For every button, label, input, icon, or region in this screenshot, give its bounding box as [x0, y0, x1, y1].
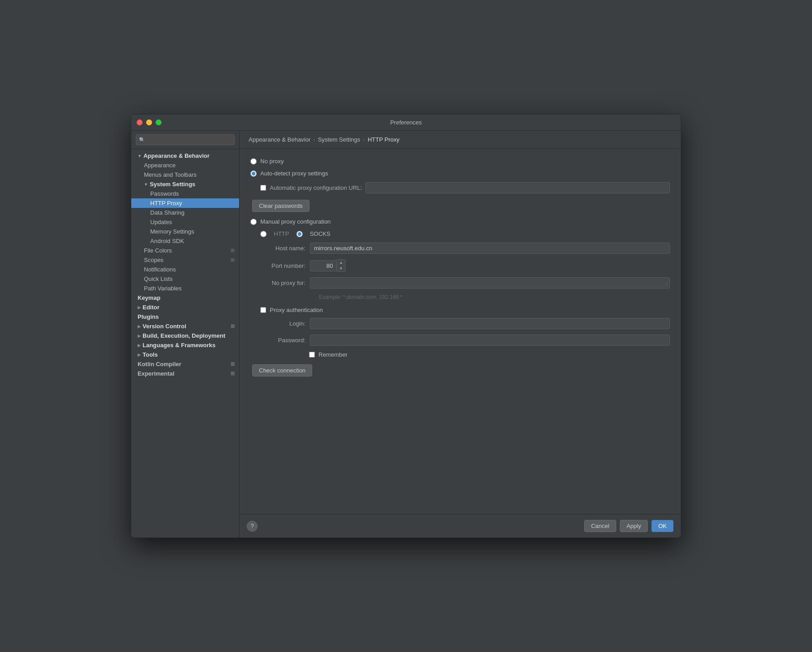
triangle-icon: ▶: [138, 305, 141, 310]
clear-passwords-button[interactable]: Clear passwords: [252, 200, 309, 212]
sidebar-item-quick-lists[interactable]: Quick Lists: [131, 274, 239, 284]
sidebar-item-passwords[interactable]: Passwords: [131, 189, 239, 198]
breadcrumb-part2: System Settings: [318, 136, 360, 143]
password-input[interactable]: [310, 335, 670, 346]
example-text: Example: *.domain.com, 192.168.*: [319, 294, 670, 300]
ok-button[interactable]: OK: [651, 520, 674, 532]
expand-icon: ⤢: [664, 282, 668, 287]
host-name-input[interactable]: [310, 243, 670, 254]
triangle-icon: ▶: [138, 334, 141, 338]
http-socks-row: HTTP SOCKS: [260, 230, 670, 237]
search-input[interactable]: [136, 134, 235, 145]
sidebar-item-android-sdk[interactable]: Android SDK: [131, 236, 239, 246]
copy-icon: ⊞: [231, 248, 235, 253]
password-label: Password:: [260, 337, 305, 344]
proxy-url-input[interactable]: [365, 182, 670, 193]
sidebar-item-notifications[interactable]: Notifications: [131, 265, 239, 274]
port-number-label: Port number:: [260, 262, 305, 269]
sidebar-item-editor[interactable]: ▶ Editor: [131, 303, 239, 312]
sidebar-item-updates[interactable]: Updates: [131, 217, 239, 227]
manual-proxy-section: HTTP SOCKS Host name: Port number:: [260, 230, 670, 358]
main-content: 🔍 ▼ Appearance & Behavior Appearance Men…: [131, 131, 681, 537]
copy-icon: ⊞: [231, 361, 235, 367]
copy-icon: ⊞: [231, 323, 235, 329]
sidebar-item-tools[interactable]: ▶ Tools: [131, 350, 239, 359]
socks-label[interactable]: SOCKS: [310, 230, 331, 237]
host-name-row: Host name:: [260, 243, 670, 254]
copy-icon: ⊞: [231, 371, 235, 377]
socks-radio[interactable]: [296, 231, 303, 237]
manual-proxy-row: Manual proxy configuration: [250, 218, 670, 225]
minimize-button[interactable]: [146, 119, 152, 125]
proxy-auth-checkbox[interactable]: [260, 307, 266, 313]
sidebar-item-languages-frameworks[interactable]: ▶ Languages & Frameworks: [131, 340, 239, 350]
triangle-icon: ▶: [138, 343, 141, 348]
sidebar-item-build-execution[interactable]: ▶ Build, Execution, Deployment: [131, 331, 239, 340]
sidebar-item-version-control[interactable]: ▶ Version Control ⊞: [131, 321, 239, 331]
remember-label[interactable]: Remember: [318, 351, 347, 358]
sidebar-item-system-settings[interactable]: ▼ System Settings: [131, 179, 239, 189]
remember-checkbox[interactable]: [309, 352, 315, 358]
sidebar-item-kotlin-compiler[interactable]: Kotlin Compiler ⊞: [131, 359, 239, 369]
port-up-button[interactable]: ▲: [337, 260, 345, 266]
close-button[interactable]: [137, 119, 143, 125]
login-row: Login:: [260, 318, 670, 329]
breadcrumb-sep2: ›: [363, 136, 365, 143]
http-label[interactable]: HTTP: [274, 230, 289, 237]
check-connection-button[interactable]: Check connection: [252, 364, 312, 377]
sidebar-item-file-colors[interactable]: File Colors ⊞: [131, 246, 239, 255]
remember-row: Remember: [309, 351, 670, 358]
http-radio[interactable]: [260, 231, 267, 237]
breadcrumb-sep1: ›: [313, 136, 315, 143]
sidebar-item-keymap[interactable]: Keymap: [131, 293, 239, 303]
sidebar-item-experimental[interactable]: Experimental ⊞: [131, 369, 239, 378]
triangle-icon: ▼: [138, 154, 142, 158]
no-proxy-row: No proxy: [250, 158, 670, 165]
sidebar-item-menus-toolbars[interactable]: Menus and Toolbars: [131, 170, 239, 179]
manual-proxy-label[interactable]: Manual proxy configuration: [260, 218, 331, 225]
sidebar-item-memory-settings[interactable]: Memory Settings: [131, 227, 239, 236]
sidebar-item-plugins[interactable]: Plugins: [131, 312, 239, 321]
search-icon: 🔍: [139, 137, 145, 143]
sidebar-item-appearance-behavior[interactable]: ▼ Appearance & Behavior: [131, 151, 239, 161]
sidebar-item-appearance[interactable]: Appearance: [131, 161, 239, 170]
bottom-bar: ? Cancel Apply OK: [240, 514, 681, 537]
content-area: No proxy Auto-detect proxy settings Auto…: [240, 149, 681, 514]
password-row: Password:: [260, 335, 670, 346]
triangle-icon: ▼: [144, 182, 148, 187]
auto-proxy-url-checkbox[interactable]: [260, 185, 266, 191]
host-name-label: Host name:: [260, 245, 305, 252]
auto-detect-radio[interactable]: [250, 170, 257, 177]
check-connection-section: Check connection: [252, 364, 670, 377]
port-down-button[interactable]: ▼: [337, 266, 345, 271]
proxy-auth-label[interactable]: Proxy authentication: [270, 307, 323, 313]
sidebar-item-data-sharing[interactable]: Data Sharing: [131, 208, 239, 217]
manual-proxy-radio[interactable]: [250, 219, 257, 225]
auto-detect-label[interactable]: Auto-detect proxy settings: [260, 170, 328, 177]
port-input[interactable]: [310, 260, 337, 271]
sidebar: 🔍 ▼ Appearance & Behavior Appearance Men…: [131, 131, 240, 537]
auto-proxy-url-label[interactable]: Automatic proxy configuration URL:: [270, 184, 362, 191]
no-proxy-input[interactable]: [310, 277, 670, 289]
tree-section: ▼ Appearance & Behavior Appearance Menus…: [131, 149, 239, 380]
breadcrumb: Appearance & Behavior › System Settings …: [240, 131, 681, 149]
sidebar-item-path-variables[interactable]: Path Variables: [131, 284, 239, 293]
no-proxy-radio[interactable]: [250, 158, 257, 165]
apply-button[interactable]: Apply: [620, 520, 648, 532]
maximize-button[interactable]: [156, 119, 161, 125]
preferences-window: Preferences 🔍 ▼ Appearance & Behavior Ap…: [131, 114, 681, 538]
title-bar: Preferences: [131, 115, 681, 131]
window-title: Preferences: [390, 119, 422, 126]
no-proxy-label[interactable]: No proxy: [260, 158, 284, 165]
no-proxy-for-row: No proxy for: ⤢: [260, 277, 670, 289]
help-button[interactable]: ?: [247, 521, 258, 532]
sidebar-item-scopes[interactable]: Scopes ⊞: [131, 255, 239, 265]
login-input[interactable]: [310, 318, 670, 329]
sidebar-item-http-proxy[interactable]: HTTP Proxy: [131, 198, 239, 208]
cancel-button[interactable]: Cancel: [584, 520, 616, 532]
port-row: ▲ ▼: [310, 259, 346, 272]
clear-passwords-section: Clear passwords: [252, 200, 670, 212]
breadcrumb-current: HTTP Proxy: [368, 136, 400, 143]
login-label: Login:: [260, 320, 305, 327]
no-proxy-for-label: No proxy for:: [260, 280, 305, 286]
